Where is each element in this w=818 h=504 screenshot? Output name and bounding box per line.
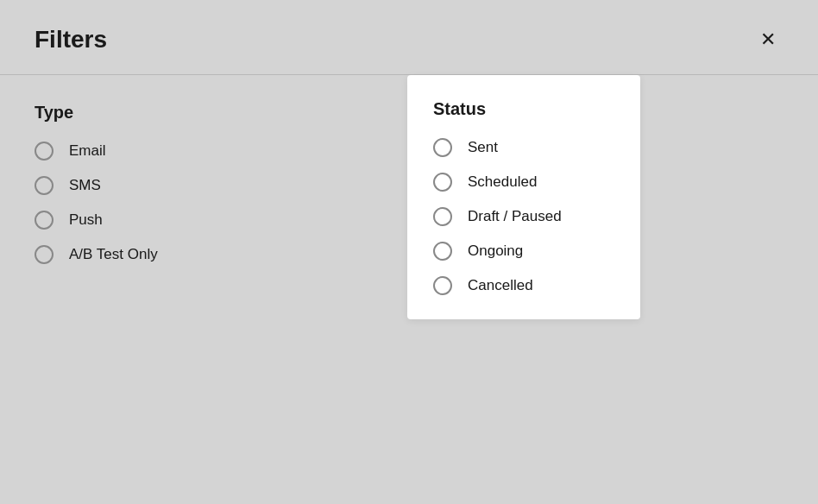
type-item-push[interactable]: Push: [35, 211, 362, 230]
checkbox-email[interactable]: [35, 142, 53, 161]
status-section: Status Sent Scheduled Draft / Paused Ong…: [407, 75, 640, 319]
type-label-sms: SMS: [69, 177, 101, 194]
status-label-draft-paused: Draft / Paused: [468, 208, 562, 225]
modal-container: Filters ✕ Type Email SMS Push A/B Test O…: [0, 0, 818, 504]
status-item-draft-paused[interactable]: Draft / Paused: [433, 207, 614, 226]
checkbox-draft-paused[interactable]: [433, 207, 452, 226]
status-item-ongoing[interactable]: Ongoing: [433, 242, 614, 261]
status-label-sent: Sent: [468, 139, 498, 156]
type-label-push: Push: [69, 211, 103, 229]
status-label-cancelled: Cancelled: [468, 277, 533, 294]
type-section-heading: Type: [35, 103, 362, 123]
checkbox-sms[interactable]: [35, 176, 53, 195]
status-label-ongoing: Ongoing: [468, 243, 523, 260]
modal-body: Type Email SMS Push A/B Test Only Status: [0, 75, 818, 503]
status-item-cancelled[interactable]: Cancelled: [433, 276, 614, 295]
modal-title: Filters: [35, 26, 107, 54]
checkbox-sent[interactable]: [433, 138, 452, 157]
modal-header: Filters ✕: [0, 0, 818, 74]
type-item-email[interactable]: Email: [35, 142, 362, 161]
type-label-email: Email: [69, 142, 106, 160]
status-item-sent[interactable]: Sent: [433, 138, 614, 157]
status-item-scheduled[interactable]: Scheduled: [433, 173, 614, 192]
checkbox-ab-test[interactable]: [35, 245, 53, 264]
type-label-ab-test: A/B Test Only: [69, 246, 158, 263]
type-item-sms[interactable]: SMS: [35, 176, 362, 195]
checkbox-cancelled[interactable]: [433, 276, 452, 295]
type-section: Type Email SMS Push A/B Test Only: [0, 75, 397, 503]
checkbox-push[interactable]: [35, 211, 53, 230]
checkbox-scheduled[interactable]: [433, 173, 452, 192]
status-section-heading: Status: [433, 99, 614, 119]
status-label-scheduled: Scheduled: [468, 173, 537, 191]
type-item-ab-test[interactable]: A/B Test Only: [35, 245, 362, 264]
checkbox-ongoing[interactable]: [433, 242, 452, 261]
close-button[interactable]: ✕: [752, 24, 783, 55]
